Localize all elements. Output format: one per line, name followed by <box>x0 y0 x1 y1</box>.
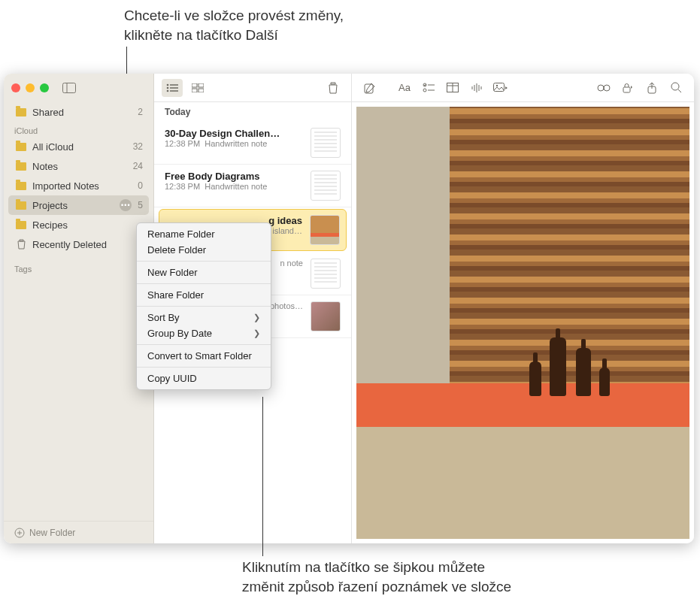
media-icon[interactable] <box>490 79 511 97</box>
sidebar-item-count: 5 <box>138 200 143 210</box>
menu-delete-folder[interactable]: Delete Folder <box>137 242 271 258</box>
editor-column: Aa <box>352 74 694 543</box>
sidebar-item-shared[interactable]: Shared 2 <box>4 102 153 122</box>
sidebar-item-label: All iCloud <box>32 141 74 153</box>
menu-separator <box>137 306 271 307</box>
titlebar <box>4 74 153 102</box>
svg-point-18 <box>423 89 426 92</box>
svg-line-36 <box>678 89 681 92</box>
minimize-icon[interactable] <box>26 83 35 92</box>
svg-point-30 <box>598 85 604 91</box>
lock-icon[interactable] <box>617 79 638 97</box>
menu-share-folder[interactable]: Share Folder <box>137 287 271 303</box>
menu-item-label: Sort By <box>147 312 180 323</box>
sidebar-item-count: 24 <box>133 161 143 171</box>
format-icon[interactable]: Aa <box>394 79 415 97</box>
close-icon[interactable] <box>11 83 20 92</box>
editor-toolbar: Aa <box>352 74 694 102</box>
menu-group-by-date[interactable]: Group By Date ❯ <box>137 325 271 341</box>
new-folder-label: New Folder <box>29 528 75 538</box>
folder-icon <box>14 162 28 171</box>
callout-bottom: Kliknutím na tlačítko se šipkou můžete z… <box>242 558 511 596</box>
notes-app-window: Shared 2 iCloud All iCloud 32 Notes 24 I… <box>4 74 694 543</box>
sidebar-item-imported[interactable]: Imported Notes 0 <box>4 176 153 195</box>
note-image <box>356 107 689 539</box>
svg-rect-13 <box>192 89 197 92</box>
note-title: 30-Day Design Challen… <box>165 128 303 139</box>
sidebar-toggle-icon[interactable] <box>62 80 77 95</box>
menu-rename-folder[interactable]: Rename Folder <box>137 226 271 242</box>
note-item[interactable]: Free Body Diagrams 12:38 PM Handwritten … <box>154 165 351 207</box>
callout-top: Chcete-li ve složce provést změny, klikn… <box>124 6 344 44</box>
note-subtitle: 12:38 PM Handwritten note <box>165 182 303 191</box>
link-icon[interactable] <box>593 79 614 97</box>
shared-folder-icon <box>14 108 28 116</box>
list-header-today: Today <box>154 102 351 122</box>
sidebar-item-count: 2 <box>138 107 143 117</box>
list-view-icon[interactable] <box>162 79 183 97</box>
sidebar-section-tags: Tags <box>4 260 153 275</box>
folder-context-menu: Rename Folder Delete Folder New Folder S… <box>136 222 271 390</box>
plus-circle-icon <box>14 528 25 538</box>
checklist-icon[interactable] <box>418 79 439 97</box>
sidebar-item-label: Projects <box>32 200 68 211</box>
svg-point-35 <box>671 83 679 90</box>
menu-sort-by[interactable]: Sort By ❯ <box>137 310 271 325</box>
menu-separator <box>137 344 271 345</box>
note-item[interactable]: 30-Day Design Challen… 12:38 PM Handwrit… <box>154 122 351 165</box>
chevron-right-icon: ❯ <box>253 313 260 322</box>
svg-point-31 <box>604 85 610 91</box>
sidebar-item-recently-deleted[interactable]: Recently Deleted <box>4 234 153 254</box>
sidebar-item-label: Shared <box>32 107 64 118</box>
note-thumbnail <box>310 215 340 245</box>
note-thumbnail <box>311 171 341 201</box>
audio-icon[interactable] <box>466 79 487 97</box>
sidebar-item-count: 32 <box>133 141 143 152</box>
maximize-icon[interactable] <box>40 83 49 92</box>
menu-convert-smart-folder[interactable]: Convert to Smart Folder <box>137 348 271 364</box>
folder-icon <box>14 182 28 190</box>
sidebar-content: Shared 2 iCloud All iCloud 32 Notes 24 I… <box>4 102 153 521</box>
menu-new-folder[interactable]: New Folder <box>137 265 271 280</box>
chevron-right-icon: ❯ <box>253 328 260 338</box>
svg-rect-0 <box>63 83 76 93</box>
list-toolbar <box>154 74 351 102</box>
menu-separator <box>137 283 271 284</box>
menu-separator <box>137 367 271 368</box>
sidebar-item-count: 0 <box>138 180 143 191</box>
menu-separator <box>137 261 271 262</box>
sidebar-item-label: Recipes <box>32 219 68 231</box>
gallery-view-icon[interactable] <box>187 79 208 97</box>
svg-rect-14 <box>198 89 204 92</box>
svg-point-7 <box>167 89 169 92</box>
note-title: Free Body Diagrams <box>165 171 303 182</box>
svg-rect-32 <box>623 87 630 92</box>
sidebar-section-icloud: iCloud <box>4 122 153 137</box>
sidebar-item-recipes[interactable]: Recipes <box>4 215 153 234</box>
callout-line-bottom <box>262 397 263 556</box>
more-icon[interactable]: ••• <box>120 199 132 211</box>
svg-point-29 <box>496 84 498 86</box>
svg-rect-12 <box>198 83 204 87</box>
sidebar-item-projects[interactable]: Projects ••• 5 <box>8 195 149 215</box>
search-icon[interactable] <box>665 79 686 97</box>
folder-icon <box>14 201 28 210</box>
table-icon[interactable] <box>442 79 463 97</box>
sidebar-item-label: Imported Notes <box>32 180 99 192</box>
menu-copy-uuid[interactable]: Copy UUID <box>137 371 271 386</box>
folder-icon <box>14 221 28 229</box>
delete-note-icon[interactable] <box>323 79 344 97</box>
new-folder-button[interactable]: New Folder <box>4 521 153 543</box>
share-icon[interactable] <box>641 79 662 97</box>
svg-rect-28 <box>494 83 505 91</box>
editor-content[interactable] <box>352 102 694 543</box>
sidebar-item-all-icloud[interactable]: All iCloud 32 <box>4 137 153 156</box>
note-thumbnail <box>311 301 341 331</box>
sidebar-item-notes[interactable]: Notes 24 <box>4 156 153 176</box>
note-thumbnail <box>311 259 341 289</box>
trash-icon <box>14 239 28 250</box>
sidebar-item-label: Recently Deleted <box>32 239 107 250</box>
compose-icon[interactable] <box>359 79 380 97</box>
sidebar-item-label: Notes <box>32 161 58 172</box>
svg-point-5 <box>167 83 169 86</box>
